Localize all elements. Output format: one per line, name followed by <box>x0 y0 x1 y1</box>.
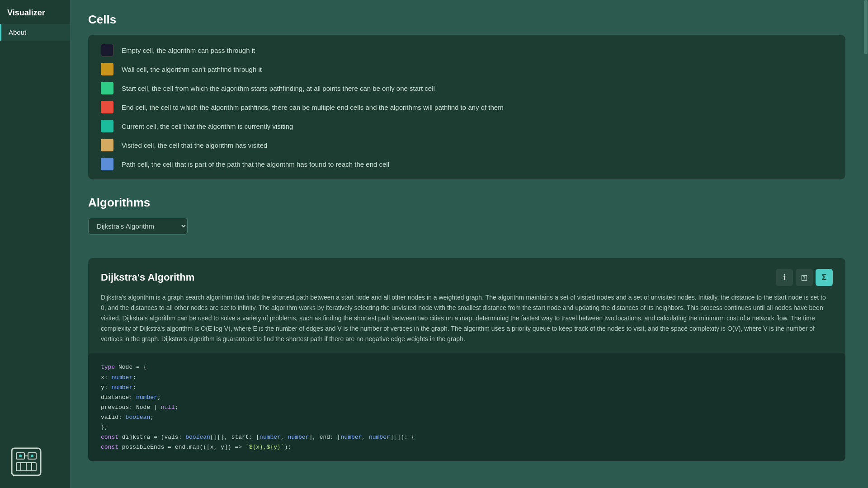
sigma-icon: Σ <box>822 273 827 282</box>
code-line-8: const dijkstra = (vals: boolean[][], sta… <box>101 432 833 442</box>
end-cell-swatch <box>101 101 113 113</box>
svg-point-8 <box>19 455 22 457</box>
algorithm-select[interactable]: Dijkstra's Algorithm A* Algorithm BFS DF… <box>88 218 188 235</box>
code-line-6: valid: boolean; <box>101 413 833 422</box>
key-button[interactable]: ⚿ <box>796 269 813 286</box>
info-button[interactable]: ℹ <box>776 269 793 286</box>
empty-cell-swatch <box>101 44 113 56</box>
algorithms-section: Algorithms Dijkstra's Algorithm A* Algor… <box>88 196 845 245</box>
sidebar: Visualizer About <box>0 0 70 488</box>
cell-row-wall: Wall cell, the algorithm can't pathfind … <box>101 63 833 75</box>
algorithm-card-title: Dijkstra's Algorithm <box>101 272 194 283</box>
path-cell-swatch <box>101 158 113 170</box>
current-cell-label: Current cell, the cell that the algorith… <box>122 122 293 130</box>
code-block: type Node = { x: number; y: number; dist… <box>88 353 845 461</box>
scrollbar-thumb[interactable] <box>864 0 868 54</box>
cells-card: Empty cell, the algorithm can pass throu… <box>88 35 845 179</box>
algorithm-card: Dijkstra's Algorithm ℹ ⚿ Σ Dijkstra's al… <box>88 258 845 461</box>
path-cell-label: Path cell, the cell that is part of the … <box>122 160 389 168</box>
end-cell-label: End cell, the cell to which the algorith… <box>122 103 504 111</box>
scrollbar-track[interactable] <box>863 0 868 488</box>
empty-cell-label: Empty cell, the algorithm can pass throu… <box>122 47 255 54</box>
sidebar-nav: About <box>0 24 70 41</box>
wall-cell-swatch <box>101 63 113 75</box>
start-cell-swatch <box>101 82 113 94</box>
current-cell-swatch <box>101 120 113 132</box>
code-line-1: type Node = { <box>101 362 833 372</box>
sigma-button[interactable]: Σ <box>816 269 833 286</box>
cells-heading: Cells <box>88 13 845 27</box>
wall-cell-label: Wall cell, the algorithm can't pathfind … <box>122 66 262 73</box>
svg-point-9 <box>31 455 33 457</box>
cell-row-start: Start cell, the cell from which the algo… <box>101 82 833 94</box>
app-logo <box>8 444 44 480</box>
cell-row-end: End cell, the cell to which the algorith… <box>101 101 833 113</box>
algorithms-heading: Algorithms <box>88 196 845 210</box>
sidebar-item-about[interactable]: About <box>0 24 70 41</box>
code-line-5: previous: Node | null; <box>101 403 833 413</box>
info-icon: ℹ <box>783 272 786 282</box>
code-line-7: }; <box>101 422 833 432</box>
cell-row-empty: Empty cell, the algorithm can pass throu… <box>101 44 833 56</box>
algorithm-card-actions: ℹ ⚿ Σ <box>776 269 833 286</box>
algorithm-description: Dijkstra's algorithm is a graph search a… <box>101 292 833 344</box>
cell-row-current: Current cell, the cell that the algorith… <box>101 120 833 132</box>
visited-cell-swatch <box>101 139 113 151</box>
code-line-2: x: number; <box>101 373 833 383</box>
start-cell-label: Start cell, the cell from which the algo… <box>122 84 435 92</box>
code-line-9: const possibleEnds = end.map(([x, y]) =>… <box>101 442 833 452</box>
sidebar-item-label: About <box>9 28 26 36</box>
code-line-4: distance: number; <box>101 393 833 403</box>
main-content: Cells Empty cell, the algorithm can pass… <box>70 0 863 488</box>
algorithm-card-header: Dijkstra's Algorithm ℹ ⚿ Σ <box>101 269 833 286</box>
code-line-3: y: number; <box>101 383 833 393</box>
visited-cell-label: Visited cell, the cell that the algorith… <box>122 141 267 149</box>
key-icon: ⚿ <box>801 274 808 282</box>
cell-row-visited: Visited cell, the cell that the algorith… <box>101 139 833 151</box>
app-title: Visualizer <box>0 0 70 24</box>
cell-row-path: Path cell, the cell that is part of the … <box>101 158 833 170</box>
